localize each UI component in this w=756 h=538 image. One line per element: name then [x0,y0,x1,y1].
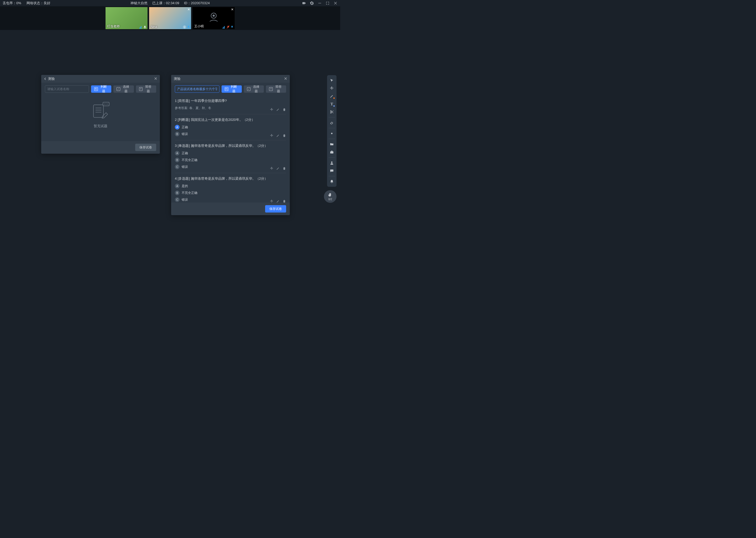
fullscreen-icon[interactable] [325,1,330,5]
svg-rect-18 [93,105,103,117]
svg-point-28 [331,133,332,134]
svg-rect-1 [318,3,321,3]
session-id-label: ID：2020070324 [184,1,210,6]
save-quiz-button[interactable]: 保存试卷 [135,144,156,151]
hand-icon [328,192,333,197]
option-letter: A [175,184,179,188]
back-icon[interactable] [44,77,46,81]
close-video-icon[interactable]: ✕ [187,8,190,11]
choice-question-button[interactable]: ✓选择题 [244,85,264,93]
empty-state: 暂无试题 [45,95,156,135]
option-text: 不完全正确 [182,191,197,195]
question-item: 3 [单选题] 施华洛世奇是反华品牌，所以梁鼎琪反华。（2分）A正确B不完全正确… [175,140,286,173]
edit-question-icon[interactable] [276,167,280,170]
toolbox-tool-icon[interactable] [328,148,336,156]
move-question-icon[interactable] [270,108,273,111]
option-row[interactable]: B不完全正确 [175,158,286,162]
question-heading: 1 [简答题] 一年四季分别是哪四季? [175,98,286,103]
text-tool-icon[interactable]: T [328,100,336,108]
video-tile[interactable]: ✕ Nina [149,7,191,29]
svg-rect-9 [188,26,189,27]
option-text: 错误 [182,197,188,202]
camera-off-icon [207,11,220,24]
svg-rect-6 [145,28,145,28]
delete-question-icon[interactable] [282,199,286,202]
move-question-icon[interactable] [270,167,273,170]
folder-tool-icon[interactable] [328,140,336,148]
video-tile[interactable]: ✕ 王小明 [193,7,235,29]
empty-illustration-icon [89,102,112,120]
mic-icon [143,26,147,28]
pointer-tool-icon[interactable] [328,77,336,84]
signal-icon [139,26,143,28]
panel-title: 测验 [174,77,284,81]
mic-muted-icon [226,26,230,28]
option-row[interactable]: C错误 [175,164,286,169]
edit-question-icon[interactable] [276,108,280,111]
brightness-tool-icon[interactable] [328,130,336,137]
question-heading: 3 [单选题] 施华洛世奇是反华品牌，所以梁鼎琪反华。（2分） [175,143,286,148]
svg-rect-4 [141,26,141,28]
close-window-icon[interactable] [333,1,338,5]
delete-question-icon[interactable] [282,108,286,111]
quiz-name-input[interactable] [45,85,89,93]
scissors-tool-icon[interactable] [328,108,336,116]
quiz-name-input[interactable] [175,85,219,93]
packet-loss-label: 丢包率：0% [3,1,21,6]
option-row[interactable]: B不完全正确 [175,190,286,195]
save-quiz-button[interactable]: 保存试卷 [265,205,286,213]
delete-question-icon[interactable] [282,134,286,137]
svg-rect-3 [140,27,141,28]
minimize-icon[interactable] [318,1,322,5]
option-letter: A [175,151,179,155]
option-text: 正确 [182,151,188,155]
move-tool-icon[interactable] [328,84,336,92]
top-status-bar: 丢包率：0% 网络状态：良好 神秘大自然 已上课：02:34:09 ID：202… [0,0,340,6]
svg-point-11 [213,15,215,17]
svg-point-23 [104,104,105,105]
short-answer-button[interactable]: T简答题 [136,85,156,93]
close-panel-icon[interactable] [154,77,157,81]
option-letter: C [175,164,179,169]
judge-question-button[interactable]: 判判断题 [221,85,242,93]
judge-question-button[interactable]: 判判断题 [91,85,111,93]
video-tile[interactable]: 叮当老师 [106,7,148,29]
svg-rect-17 [231,26,233,27]
choice-question-button[interactable]: ✓选择题 [114,85,134,93]
participant-name: 王小明 [193,24,205,29]
move-question-icon[interactable] [270,199,273,202]
svg-rect-29 [330,151,333,153]
option-row[interactable]: B错误 [175,132,286,136]
option-text: 错误 [182,165,188,169]
course-title: 神秘大自然 [130,1,148,6]
delete-question-icon[interactable] [282,167,286,170]
option-row[interactable]: A正确 [175,125,286,130]
raise-hand-button[interactable]: 0/2 [324,190,337,203]
svg-rect-14 [224,26,225,28]
svg-rect-2 [139,27,140,28]
answer-reference: 参考答案: 春、夏、秋、冬 [175,106,286,110]
edit-question-icon[interactable] [276,134,280,137]
question-item: 1 [简答题] 一年四季分别是哪四季?参考答案: 春、夏、秋、冬 [175,95,286,114]
option-row[interactable]: A正确 [175,151,286,155]
chat-tool-icon[interactable] [328,167,336,175]
eraser-tool-icon[interactable] [328,119,336,126]
close-video-icon[interactable]: ✕ [231,8,234,11]
network-status-label: 网络状态：良好 [26,1,50,6]
edit-question-icon[interactable] [276,199,280,202]
empty-text: 暂无试题 [94,124,107,129]
participant-name: Nina [149,25,159,29]
record-icon[interactable] [302,1,306,5]
settings-icon[interactable] [310,1,314,5]
user-tool-icon[interactable] [328,159,336,167]
short-answer-button[interactable]: T简答题 [266,85,286,93]
question-item: 4 [多选题] 施华洛世奇是反华品牌，所以梁鼎琪反华。（2分）A是的B不完全正确… [175,173,286,202]
pen-tool-icon[interactable] [328,92,336,100]
move-question-icon[interactable] [270,134,273,137]
option-row[interactable]: A是的 [175,184,286,188]
option-row[interactable]: C错误 [175,197,286,202]
option-letter: B [175,158,179,162]
bell-tool-icon[interactable] [328,178,336,185]
quiz-panel-empty: 测验 判判断题 ✓选择题 T简答题 暂无试题 保存试卷 [41,75,160,154]
close-panel-icon[interactable] [284,77,287,81]
